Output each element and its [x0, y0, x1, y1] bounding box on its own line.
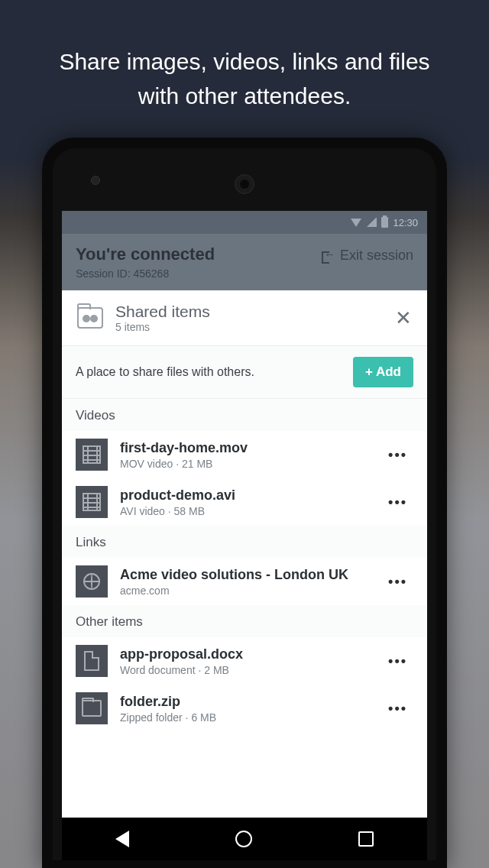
description-row: A place to share files with others. + Ad… — [62, 346, 427, 399]
battery-icon — [381, 217, 388, 228]
video-icon — [76, 486, 108, 518]
shared-folder-icon — [77, 307, 103, 329]
shared-title: Shared items — [115, 303, 210, 321]
exit-session-button[interactable]: Exit session — [322, 245, 413, 264]
promo-line-1: Share images, videos, links and files — [59, 49, 429, 74]
android-navbar — [62, 818, 427, 860]
list-item[interactable]: folder.zip Zipped folder · 6 MB ••• — [62, 685, 427, 732]
item-sub: acme.com — [120, 585, 382, 597]
promo-text: Share images, videos, links and files wi… — [0, 44, 489, 113]
list-item[interactable]: Acme video solutions - London UK acme.co… — [62, 558, 427, 605]
wifi-icon — [351, 219, 361, 227]
connected-title: You're connected — [76, 245, 215, 264]
section-videos: Videos — [62, 399, 427, 431]
back-icon[interactable] — [115, 831, 129, 847]
document-icon — [76, 645, 108, 677]
section-links: Links — [62, 526, 427, 558]
recent-icon[interactable] — [358, 831, 374, 847]
clock: 12:30 — [393, 217, 418, 228]
signal-icon — [366, 218, 377, 227]
item-sub: MOV video · 21 MB — [120, 458, 382, 470]
more-icon[interactable]: ••• — [382, 488, 413, 517]
phone-frame: 12:30 You're connected Session ID: 45626… — [42, 138, 447, 868]
more-icon[interactable]: ••• — [382, 695, 413, 723]
item-title: folder.zip — [120, 694, 382, 710]
shared-panel: Shared items 5 items ✕ A place to share … — [62, 290, 427, 860]
speaker — [235, 174, 254, 194]
session-header: You're connected Session ID: 456268 Exit… — [62, 234, 427, 290]
section-other: Other items — [62, 605, 427, 637]
more-icon[interactable]: ••• — [382, 441, 413, 469]
list-item[interactable]: first-day-home.mov MOV video · 21 MB ••• — [62, 431, 427, 478]
list-item[interactable]: app-proposal.docx Word document · 2 MB •… — [62, 637, 427, 685]
close-icon[interactable]: ✕ — [395, 306, 412, 330]
more-icon[interactable]: ••• — [382, 647, 413, 675]
item-sub: Zipped folder · 6 MB — [120, 711, 382, 724]
status-bar: 12:30 — [62, 211, 427, 234]
list-item[interactable]: product-demo.avi AVI video · 58 MB ••• — [62, 478, 427, 526]
sensor-dot — [91, 176, 100, 185]
video-icon — [76, 439, 108, 471]
shared-description: A place to share files with others. — [76, 365, 254, 379]
shared-panel-header: Shared items 5 items ✕ — [62, 290, 427, 346]
item-title: first-day-home.mov — [120, 440, 382, 456]
item-title: product-demo.avi — [120, 487, 382, 504]
item-sub: AVI video · 58 MB — [120, 505, 382, 517]
item-sub: Word document · 2 MB — [120, 664, 382, 676]
item-title: app-proposal.docx — [120, 646, 382, 662]
exit-icon — [322, 250, 334, 262]
shared-count: 5 items — [115, 321, 210, 333]
globe-icon — [76, 565, 108, 598]
promo-line-2: with other attendees. — [138, 83, 351, 108]
exit-label: Exit session — [340, 248, 413, 264]
session-id: Session ID: 456268 — [76, 267, 215, 280]
home-icon[interactable] — [235, 831, 252, 847]
item-title: Acme video solutions - London UK — [120, 567, 382, 583]
folder-zip-icon — [76, 692, 108, 724]
more-icon[interactable]: ••• — [382, 568, 413, 596]
add-button[interactable]: + Add — [353, 357, 413, 387]
screen: 12:30 You're connected Session ID: 45626… — [62, 211, 427, 860]
